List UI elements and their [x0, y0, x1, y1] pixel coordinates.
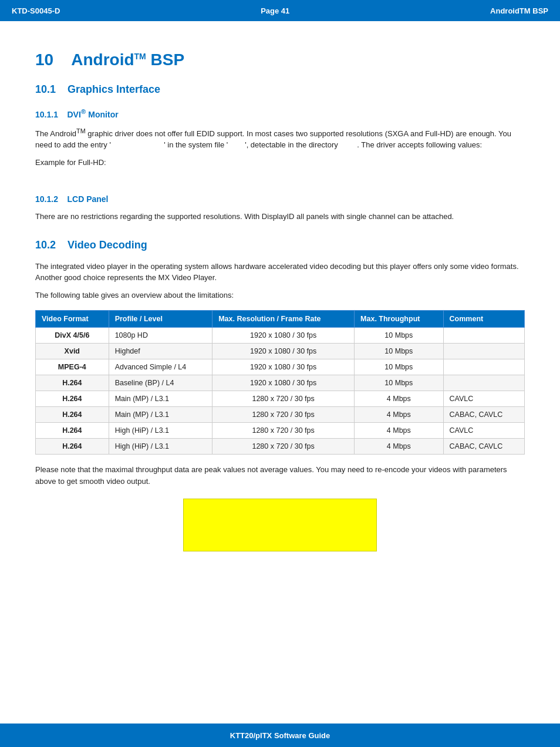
table-cell: 1280 x 720 / 30 fps: [212, 407, 355, 423]
table-cell: 10 Mbps: [355, 359, 444, 375]
table-cell: [443, 344, 524, 359]
table-cell: Baseline (BP) / L4: [109, 375, 212, 391]
col-header-comment: Comment: [443, 311, 524, 328]
table-row: H.264High (HiP) / L3.11280 x 720 / 30 fp…: [36, 439, 525, 455]
table-row: XvidHighdef1920 x 1080 / 30 fps10 Mbps: [36, 344, 525, 359]
table-cell: 4 Mbps: [355, 439, 444, 455]
table-row: H.264Main (MP) / L3.11280 x 720 / 30 fps…: [36, 391, 525, 407]
main-content: 10 AndroidTM BSP 10.1 Graphics Interface…: [0, 21, 560, 598]
table-cell: MPEG-4: [36, 359, 109, 375]
table-cell: [443, 328, 524, 344]
table-row: MPEG-4Advanced Simple / L41920 x 1080 / …: [36, 359, 525, 375]
dvi-paragraph-1: The AndroidTM graphic driver does not of…: [35, 126, 525, 151]
header-doc-id: KTD-S0045-D: [12, 6, 60, 15]
table-cell: CABAC, CAVLC: [443, 439, 524, 455]
page-header: KTD-S0045-D Page 41 AndroidTM BSP: [0, 0, 560, 21]
section-10-1-2-title: 10.1.2 LCD Panel: [35, 194, 525, 204]
table-cell: Main (MP) / L3.1: [109, 407, 212, 423]
table-cell: 1920 x 1080 / 30 fps: [212, 359, 355, 375]
table-cell: H.264: [36, 391, 109, 407]
table-cell: 1280 x 720 / 30 fps: [212, 423, 355, 439]
table-header-row: Video Format Profile / Level Max. Resolu…: [36, 311, 525, 328]
table-cell: 1080p HD: [109, 328, 212, 344]
dvi-example-label: Example for Full-HD:: [35, 157, 525, 169]
table-cell: 1280 x 720 / 30 fps: [212, 391, 355, 407]
table-cell: H.264: [36, 375, 109, 391]
table-cell: Xvid: [36, 344, 109, 359]
table-cell: H.264: [36, 407, 109, 423]
table-cell: Highdef: [109, 344, 212, 359]
table-row: H.264Baseline (BP) / L41920 x 1080 / 30 …: [36, 375, 525, 391]
table-cell: [443, 359, 524, 375]
table-cell: [443, 375, 524, 391]
table-cell: 1920 x 1080 / 30 fps: [212, 328, 355, 344]
table-cell: 10 Mbps: [355, 375, 444, 391]
section-10-1-1-title: 10.1.1 DVI® Monitor: [35, 107, 525, 119]
table-cell: 1920 x 1080 / 30 fps: [212, 344, 355, 359]
table-cell: CABAC, CAVLC: [443, 407, 524, 423]
col-header-throughput: Max. Throughput: [355, 311, 444, 328]
header-title: AndroidTM BSP: [490, 6, 548, 15]
lcd-paragraph: There are no restrictions regarding the …: [35, 211, 525, 223]
table-row: H.264Main (MP) / L3.11280 x 720 / 30 fps…: [36, 407, 525, 423]
footer-text: KTT20/pITX Software Guide: [230, 731, 330, 740]
header-page: Page 41: [261, 6, 289, 15]
table-cell: 1920 x 1080 / 30 fps: [212, 375, 355, 391]
table-cell: CAVLC: [443, 391, 524, 407]
table-cell: 10 Mbps: [355, 344, 444, 359]
section-10-2-title: 10.2 Video Decoding: [35, 239, 525, 251]
table-cell: 1280 x 720 / 30 fps: [212, 439, 355, 455]
table-cell: 4 Mbps: [355, 407, 444, 423]
page-footer: KTT20/pITX Software Guide: [0, 724, 560, 747]
section-10-1-title: 10.1 Graphics Interface: [35, 83, 525, 96]
table-cell: 4 Mbps: [355, 423, 444, 439]
table-cell: High (HiP) / L3.1: [109, 439, 212, 455]
table-cell: Advanced Simple / L4: [109, 359, 212, 375]
table-row: H.264High (HiP) / L3.11280 x 720 / 30 fp…: [36, 423, 525, 439]
video-note: Please note that the maximal throughput …: [35, 464, 525, 487]
table-cell: H.264: [36, 439, 109, 455]
col-header-resolution: Max. Resolution / Frame Rate: [212, 311, 355, 328]
table-cell: Main (MP) / L3.1: [109, 391, 212, 407]
table-cell: 10 Mbps: [355, 328, 444, 344]
video-paragraph-2: The following table gives an overview ab…: [35, 290, 525, 301]
table-cell: H.264: [36, 423, 109, 439]
table-cell: DivX 4/5/6: [36, 328, 109, 344]
table-cell: High (HiP) / L3.1: [109, 423, 212, 439]
yellow-image-placeholder: [183, 499, 377, 551]
table-cell: CAVLC: [443, 423, 524, 439]
col-header-profile: Profile / Level: [109, 311, 212, 328]
col-header-video-format: Video Format: [36, 311, 109, 328]
video-decoding-table: Video Format Profile / Level Max. Resolu…: [35, 310, 525, 455]
video-paragraph-1: The integrated video player in the opera…: [35, 261, 525, 284]
table-cell: 4 Mbps: [355, 391, 444, 407]
chapter-10-title: 10 AndroidTM BSP: [35, 51, 525, 69]
table-row: DivX 4/5/61080p HD1920 x 1080 / 30 fps10…: [36, 328, 525, 344]
